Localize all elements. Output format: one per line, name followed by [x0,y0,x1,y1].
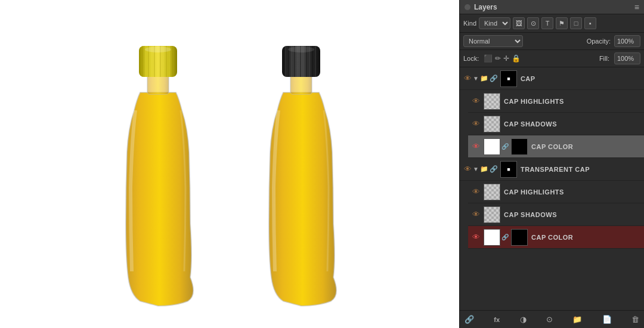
filter-pixel-icon[interactable]: ▪ [584,17,596,29]
filter-label: Kind [463,20,476,27]
lock-label: Lock: [463,55,479,62]
opacity-label: Opacity: [587,38,611,45]
eye-icon-cap-group[interactable]: 👁 [462,73,473,84]
panel-footer: 🔗 fx ◑ ⊙ 📁 📄 🗑 [460,310,644,328]
footer-adjustment-icon[interactable]: ⊙ [546,315,553,324]
eye-icon-cap-shadows[interactable]: 👁 [470,119,481,129]
blend-mode-dropdown[interactable]: Normal [463,35,523,47]
chain-icon-cap-color: 🔗 [501,143,509,150]
eye-icon-cap-color-2[interactable]: 👁 [470,232,481,243]
layer-name-cap-highlights-2: CAP HIGHLIGHTS [504,188,564,196]
layer-cap-color-2[interactable]: 👁 🔗 CAP COLOR [468,226,644,249]
layer-transparent-cap-group[interactable]: 👁 ▼ 📁 🔗 ■ TRANSPARENT CAP [460,158,644,181]
layer-name-cap-highlights: CAP HIGHLIGHTS [504,98,564,105]
layer-cap-shadows-2[interactable]: 👁 CAP SHADOWS [468,203,644,226]
expand-arrow-transparent-cap[interactable]: ▼ [473,166,479,172]
layers-panel: Layers ≡ Kind Kind 🖼 ⊙ T ⚑ □ ▪ Normal Op… [459,0,644,328]
filter-adjustment-icon[interactable]: □ [570,17,582,29]
layer-cap-highlights[interactable]: 👁 CAP HIGHLIGHTS [468,90,644,113]
layer-thumb-cap: ■ [500,70,517,87]
lock-pixels-icon[interactable]: ⬛ [484,54,493,63]
footer-new-layer-icon[interactable]: 📄 [602,315,612,324]
lock-bar: Lock: ⬛ ✏ ✛ 🔒 Fill: [460,50,644,67]
eye-icon-transparent-cap[interactable]: 👁 [462,164,473,175]
layer-thumb-cap-shadows [484,116,500,132]
chain-icon-cap: 🔗 [490,75,498,82]
eye-icon-cap-highlights[interactable]: 👁 [470,96,481,107]
layer-name-cap-color-2: CAP COLOR [531,234,573,241]
footer-delete-icon[interactable]: 🗑 [631,315,639,324]
lock-all-icon[interactable]: 🔒 [512,54,521,63]
filter-fx-icon[interactable]: ⊙ [527,17,539,29]
filter-text-icon[interactable]: T [541,17,553,29]
filter-image-icon[interactable]: 🖼 [513,17,525,29]
lock-artboard-icon[interactable]: ✛ [503,54,509,63]
canvas-area [0,0,459,328]
fill-label: Fill: [599,55,609,62]
panel-titlebar: Layers ≡ [460,0,644,14]
panel-close-button[interactable] [465,4,470,10]
filter-shape-icon[interactable]: ⚑ [556,17,568,29]
layer-thumb-cap-shadows-2 [484,206,500,223]
svg-point-14 [145,47,171,52]
bottle-black-cap [247,21,355,307]
expand-arrow-cap[interactable]: ▼ [473,75,479,82]
footer-link-icon[interactable]: 🔗 [465,315,474,324]
footer-fx-icon[interactable]: fx [494,316,500,323]
layer-cap-highlights-2[interactable]: 👁 CAP HIGHLIGHTS [468,181,644,203]
layers-list: 👁 ▼ 📁 🔗 ■ CAP 👁 CAP HIGHLIGHTS 👁 CAP SHA… [460,67,644,310]
filter-bar: Kind Kind 🖼 ⊙ T ⚑ □ ▪ [460,14,644,33]
layer-cap-shadows[interactable]: 👁 CAP SHADOWS [468,113,644,135]
layer-mask-cap-color-2 [511,229,528,246]
layer-name-cap-shadows: CAP SHADOWS [504,120,557,128]
layer-thumb-transparent-cap: ■ [500,161,517,178]
layer-name-cap: CAP [521,75,535,82]
layer-name-cap-shadows-2: CAP SHADOWS [504,211,557,218]
blend-bar: Normal Opacity: [460,33,644,50]
footer-mask-icon[interactable]: ◑ [520,315,527,324]
lock-position-icon[interactable]: ✏ [495,54,501,63]
bottle-yellow-cap [104,21,212,307]
chain-icon-transparent-cap: 🔗 [490,165,498,173]
footer-group-icon[interactable]: 📁 [572,315,582,324]
svg-point-29 [288,47,314,52]
layer-name-cap-color: CAP COLOR [531,143,573,150]
filter-kind-dropdown[interactable]: Kind [479,17,510,29]
layer-thumb-cap-color [484,138,500,155]
fill-input[interactable] [614,52,640,64]
folder-icon-transparent-cap: 📁 [480,165,488,173]
layer-thumb-cap-color-2 [484,229,500,246]
panel-menu-button[interactable]: ≡ [634,2,639,12]
panel-title: Layers [474,3,497,11]
layer-thumb-cap-highlights [484,93,500,110]
layer-cap-group[interactable]: 👁 ▼ 📁 🔗 ■ CAP [460,67,644,90]
opacity-input[interactable] [614,35,640,47]
layer-name-transparent-cap: TRANSPARENT CAP [521,166,590,173]
folder-icon-cap: 📁 [480,75,488,82]
layer-cap-color[interactable]: 👁 🔗 CAP COLOR [468,135,644,158]
layer-mask-cap-color [511,138,528,155]
eye-icon-cap-highlights-2[interactable]: 👁 [470,187,481,197]
chain-icon-cap-color-2: 🔗 [501,234,509,240]
eye-icon-cap-shadows-2[interactable]: 👁 [470,209,481,220]
eye-icon-cap-color[interactable]: 👁 [470,141,481,152]
layer-thumb-cap-highlights-2 [484,184,500,200]
